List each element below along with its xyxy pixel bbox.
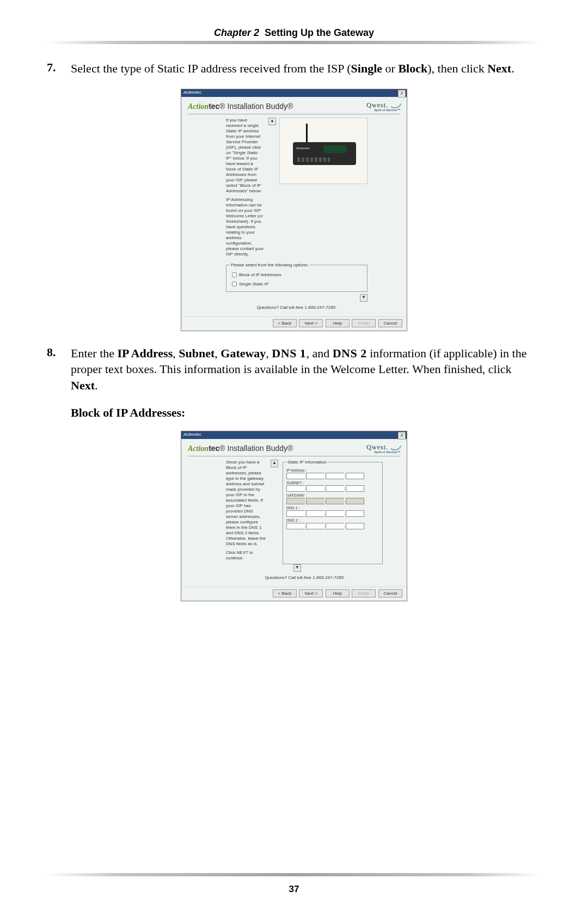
router-ports-icon <box>297 157 330 162</box>
dns2-octet[interactable] <box>286 523 305 529</box>
button-row: < Back Next > Help Finish Cancel <box>181 587 407 601</box>
next-button[interactable]: Next > <box>299 319 323 327</box>
brand-row: Actiontec® Installation Buddy® Qwest. Sp… <box>188 443 400 454</box>
brand-divider <box>188 114 400 114</box>
back-button[interactable]: < Back <box>273 319 297 327</box>
dns2-octet[interactable] <box>346 523 364 529</box>
gateway-octet[interactable] <box>346 498 364 504</box>
content-row: If you have received a single Static IP … <box>226 118 367 260</box>
wizard-window: Actiontec X Actiontec® Installation Budd… <box>181 431 407 601</box>
field-ip: IP Address : ... <box>286 468 379 479</box>
content-row: Since you have a Block of IP addresses, … <box>226 460 384 564</box>
cancel-button[interactable]: Cancel <box>378 319 402 327</box>
step-text: Select the type of Static IP address rec… <box>71 60 541 77</box>
field-gateway: GATEWAY : ... <box>286 493 379 504</box>
dns1-octet[interactable] <box>346 510 364 517</box>
instruction-text: Since you have a Block of IP addresses, … <box>226 460 266 564</box>
qwest-logo: Qwest. Spirit of Service™ <box>366 443 400 454</box>
support-text: Questions? Call toll-free 1-800-247-7285… <box>226 575 384 580</box>
router-image: Actiontec DSL Gateway <box>279 118 367 184</box>
label-ip: IP Address : <box>286 468 379 472</box>
label-dns1: DNS 1 : <box>286 506 379 510</box>
cancel-button[interactable]: Cancel <box>378 589 402 597</box>
back-button[interactable]: < Back <box>273 589 297 597</box>
swoosh-icon <box>388 102 400 109</box>
gateway-octet[interactable] <box>306 498 324 504</box>
swoosh-icon <box>388 444 400 452</box>
dns2-octet[interactable] <box>326 523 344 529</box>
screenshot-2: Actiontec X Actiontec® Installation Budd… <box>181 431 407 601</box>
chapter-label: Chapter 2 <box>214 27 259 38</box>
window-body: Actiontec® Installation Buddy® Qwest. Sp… <box>181 439 407 587</box>
ip-octet[interactable] <box>326 473 344 479</box>
window-body: Actiontec® Installation Buddy® Qwest. Sp… <box>181 97 407 316</box>
qwest-logo: Qwest. Spirit of Service™ <box>366 101 400 112</box>
checkbox-single[interactable] <box>232 282 237 286</box>
instruction-text: If you have received a single Static IP … <box>226 118 264 260</box>
titlebar: Actiontec X <box>181 89 407 97</box>
ip-legend: Static IP Information <box>286 460 328 465</box>
dns1-octet[interactable] <box>286 510 305 517</box>
scroll-up-icon[interactable]: ▲ <box>271 460 278 467</box>
checkbox-block[interactable] <box>232 272 237 277</box>
ip-octet[interactable] <box>286 473 305 479</box>
scroll-down-icon[interactable]: ▼ <box>293 564 301 572</box>
brand-divider <box>188 456 400 456</box>
label-subnet: SUBNET : <box>286 481 379 485</box>
step-list: 7. Select the type of Static IP address … <box>47 60 541 77</box>
dns2-octet[interactable] <box>306 523 324 529</box>
chapter-header: Chapter 2 Setting Up the Gateway <box>47 27 541 39</box>
header-rule <box>47 41 541 44</box>
step-8: 8. Enter the IP Address, Subnet, Gateway… <box>47 345 541 394</box>
label-gateway: GATEWAY : <box>286 493 379 497</box>
actiontec-logo: Actiontec® Installation Buddy® <box>188 102 293 111</box>
page-number: 37 <box>0 884 588 895</box>
subnet-octet[interactable] <box>346 485 364 492</box>
support-text: Questions? Call toll-free 1-800-247-7285… <box>226 305 367 310</box>
chapter-title: Setting Up the Gateway <box>265 27 374 38</box>
step-7: 7. Select the type of Static IP address … <box>47 60 541 77</box>
field-dns2: DNS 2 : ... <box>286 518 379 529</box>
screenshot-1: Actiontec X Actiontec® Installation Budd… <box>181 89 407 331</box>
gateway-octet[interactable] <box>326 498 344 504</box>
titlebar: Actiontec X <box>181 431 407 439</box>
step-text: Enter the IP Address, Subnet, Gateway, D… <box>71 345 541 394</box>
wizard-window: Actiontec X Actiontec® Installation Budd… <box>181 89 407 331</box>
router-body-icon: Actiontec DSL Gateway <box>293 142 356 165</box>
option-block[interactable]: Block of IP Addresses <box>230 271 364 279</box>
subnet-octet[interactable] <box>306 485 324 492</box>
subnet-octet[interactable] <box>326 485 344 492</box>
step-number: 7. <box>47 60 71 77</box>
step-list-2: 8. Enter the IP Address, Subnet, Gateway… <box>47 345 541 394</box>
close-button[interactable]: X <box>398 432 406 440</box>
field-dns1: DNS 1 : ... <box>286 506 379 517</box>
scroll-up-icon[interactable]: ▲ <box>268 118 276 125</box>
dns1-octet[interactable] <box>326 510 344 517</box>
ip-octet[interactable] <box>346 473 364 479</box>
actiontec-logo: Actiontec® Installation Buddy® <box>188 444 293 453</box>
option-single[interactable]: Single Static IP <box>230 280 364 288</box>
field-subnet: SUBNET : ... <box>286 481 379 492</box>
help-button[interactable]: Help <box>326 319 350 327</box>
label-dns2: DNS 2 : <box>286 518 379 522</box>
next-button[interactable]: Next > <box>299 589 323 597</box>
finish-button: Finish <box>352 319 376 327</box>
static-ip-group: Static IP Information IP Address : ... S… <box>283 460 383 564</box>
gateway-octet[interactable] <box>286 498 305 504</box>
scroll-down-icon[interactable]: ▼ <box>360 294 367 302</box>
options-group: Please select from the following options… <box>226 263 367 292</box>
subnet-octet[interactable] <box>286 485 305 492</box>
options-legend: Please select from the following options… <box>230 263 310 267</box>
step-number: 8. <box>47 345 71 394</box>
subheading: Block of IP Addresses: <box>71 406 541 420</box>
doc-page: Chapter 2 Setting Up the Gateway 7. Sele… <box>0 0 588 909</box>
close-button[interactable]: X <box>398 90 406 97</box>
brand-row: Actiontec® Installation Buddy® Qwest. Sp… <box>188 101 400 112</box>
footer-rule <box>47 873 541 876</box>
help-button[interactable]: Help <box>326 589 350 597</box>
ip-octet[interactable] <box>306 473 324 479</box>
finish-button: Finish <box>352 589 376 597</box>
button-row: < Back Next > Help Finish Cancel <box>181 316 407 331</box>
dns1-octet[interactable] <box>306 510 324 517</box>
